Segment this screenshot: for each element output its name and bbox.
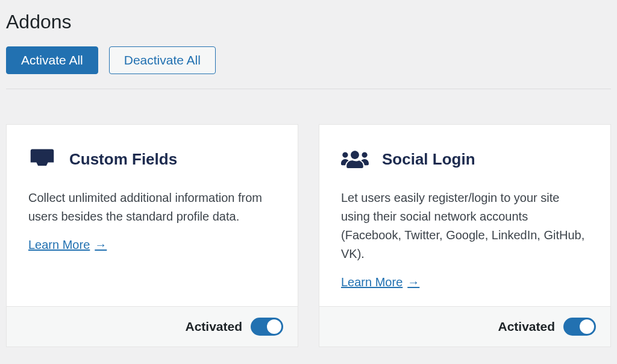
learn-more-label: Learn More [341, 275, 402, 289]
learn-more-label: Learn More [28, 238, 90, 252]
card-description: Let users easily register/login to your … [341, 189, 589, 263]
card-body: Custom Fields Collect unlimited addition… [7, 125, 298, 306]
card-title: Custom Fields [69, 150, 177, 169]
learn-more-link[interactable]: Learn More → [341, 275, 419, 289]
status-badge: Activated [185, 319, 242, 334]
arrow-right-icon: → [95, 238, 107, 252]
toolbar: Activate All Deactivate All [6, 46, 611, 89]
activate-all-button[interactable]: Activate All [6, 46, 98, 74]
card-footer: Activated [319, 306, 610, 347]
card-header: Custom Fields [28, 145, 276, 173]
card-title: Social Login [382, 150, 475, 169]
users-icon [341, 145, 369, 173]
addon-card-custom-fields: Custom Fields Collect unlimited addition… [6, 124, 298, 347]
deactivate-all-button[interactable]: Deactivate All [109, 46, 216, 74]
arrow-right-icon: → [407, 275, 419, 289]
card-header: Social Login [341, 145, 589, 173]
card-description: Collect unlimited additional information… [28, 189, 276, 226]
inbox-icon [28, 145, 56, 173]
card-body: Social Login Let users easily register/l… [319, 125, 610, 306]
learn-more-link[interactable]: Learn More → [28, 238, 107, 252]
addons-grid: Custom Fields Collect unlimited addition… [6, 124, 611, 347]
addon-card-social-login: Social Login Let users easily register/l… [319, 124, 611, 347]
page-title: Addons [6, 0, 611, 46]
activation-toggle[interactable] [251, 318, 283, 336]
activation-toggle[interactable] [563, 318, 596, 336]
card-footer: Activated [7, 306, 298, 347]
status-badge: Activated [498, 319, 555, 334]
